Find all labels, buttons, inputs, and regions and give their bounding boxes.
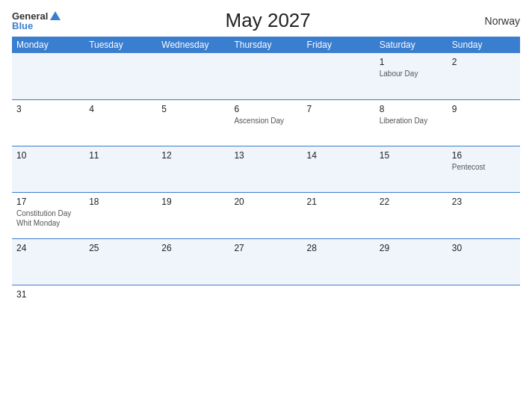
calendar-cell: 13 <box>229 146 302 192</box>
calendar-cell: 24 <box>12 238 84 285</box>
calendar-cell <box>375 285 448 331</box>
day-number: 20 <box>234 197 297 207</box>
day-number: 2 <box>452 57 516 67</box>
calendar-week-row: 31 <box>12 285 520 331</box>
day-number: 3 <box>16 104 80 114</box>
calendar-cell: 26 <box>157 238 229 285</box>
calendar-cell: 9 <box>448 99 520 146</box>
calendar-cell: 4 <box>84 99 157 146</box>
day-number: 5 <box>161 104 225 114</box>
logo: General Blue <box>12 11 61 31</box>
calendar-week-row: 17Constitution DayWhit Monday18192021222… <box>12 192 520 238</box>
calendar-cell <box>448 285 520 331</box>
day-number: 26 <box>161 243 225 253</box>
calendar-cell <box>84 285 157 331</box>
calendar-cell: 27 <box>229 238 302 285</box>
day-number: 12 <box>161 150 225 161</box>
calendar-header-row: MondayTuesdayWednesdayThursdayFridaySatu… <box>12 37 520 53</box>
calendar-cell: 7 <box>303 99 375 146</box>
weekday-header: Thursday <box>229 37 302 53</box>
weekday-header: Monday <box>12 37 84 53</box>
calendar-cell <box>157 53 229 99</box>
calendar-cell: 25 <box>84 238 157 285</box>
day-number: 11 <box>89 150 152 161</box>
day-number: 13 <box>234 150 297 161</box>
calendar-page: General Blue May 2027 Norway MondayTuesd… <box>0 0 532 411</box>
holiday-label: Constitution Day <box>16 208 80 218</box>
calendar-cell: 5 <box>157 99 229 146</box>
day-number: 31 <box>16 289 80 300</box>
holiday-label: Whit Monday <box>16 218 80 228</box>
calendar-header: General Blue May 2027 Norway <box>12 9 520 32</box>
calendar-cell <box>303 53 375 99</box>
day-number: 10 <box>16 150 80 161</box>
day-number: 19 <box>161 197 225 207</box>
calendar-cell: 2 <box>448 53 520 99</box>
day-number: 15 <box>380 150 443 161</box>
weekday-header: Saturday <box>375 37 448 53</box>
holiday-label: Pentecost <box>452 162 516 172</box>
calendar-cell: 8Liberation Day <box>375 99 448 146</box>
calendar-body: 1Labour Day23456Ascension Day78Liberatio… <box>12 53 520 331</box>
holiday-label: Labour Day <box>380 69 443 78</box>
day-number: 28 <box>307 243 371 253</box>
calendar-cell: 10 <box>12 146 84 192</box>
calendar-week-row: 24252627282930 <box>12 238 520 285</box>
calendar-cell: 31 <box>12 285 84 331</box>
calendar-cell: 18 <box>84 192 157 238</box>
calendar-cell <box>229 53 302 99</box>
calendar-cell: 16Pentecost <box>448 146 520 192</box>
calendar-cell <box>12 53 84 99</box>
calendar-week-row: 10111213141516Pentecost <box>12 146 520 192</box>
calendar-cell: 14 <box>303 146 375 192</box>
country-label: Norway <box>475 15 520 27</box>
day-number: 23 <box>452 197 516 207</box>
day-number: 27 <box>234 243 297 253</box>
calendar-cell: 17Constitution DayWhit Monday <box>12 192 84 238</box>
day-number: 8 <box>380 104 443 114</box>
calendar-week-row: 1Labour Day2 <box>12 53 520 99</box>
calendar-cell: 23 <box>448 192 520 238</box>
weekday-header: Wednesday <box>157 37 229 53</box>
weekday-header: Tuesday <box>84 37 157 53</box>
calendar-cell: 11 <box>84 146 157 192</box>
day-number: 30 <box>452 243 516 253</box>
calendar-title: May 2027 <box>61 9 475 32</box>
calendar-cell: 12 <box>157 146 229 192</box>
day-number: 1 <box>380 57 443 67</box>
calendar-week-row: 3456Ascension Day78Liberation Day9 <box>12 99 520 146</box>
day-number: 21 <box>307 197 371 207</box>
calendar-cell: 6Ascension Day <box>229 99 302 146</box>
weekday-header: Sunday <box>448 37 520 53</box>
calendar-cell <box>229 285 302 331</box>
day-number: 4 <box>89 104 152 114</box>
calendar-cell: 19 <box>157 192 229 238</box>
calendar-cell: 15 <box>375 146 448 192</box>
calendar-cell: 3 <box>12 99 84 146</box>
calendar-cell: 21 <box>303 192 375 238</box>
logo-blue-text: Blue <box>12 21 33 31</box>
day-number: 7 <box>307 104 371 114</box>
day-number: 25 <box>89 243 152 253</box>
day-number: 9 <box>452 104 516 114</box>
holiday-label: Liberation Day <box>380 116 443 126</box>
calendar-cell: 30 <box>448 238 520 285</box>
logo-general-text: General <box>12 11 48 21</box>
calendar-cell: 1Labour Day <box>375 53 448 99</box>
day-number: 17 <box>16 197 80 207</box>
calendar-cell: 28 <box>303 238 375 285</box>
weekday-row: MondayTuesdayWednesdayThursdayFridaySatu… <box>12 37 520 53</box>
calendar-cell: 20 <box>229 192 302 238</box>
calendar-cell <box>84 53 157 99</box>
calendar-cell <box>157 285 229 331</box>
day-number: 16 <box>452 150 516 161</box>
day-number: 14 <box>307 150 371 161</box>
day-number: 18 <box>89 197 152 207</box>
logo-triangle-icon <box>50 11 61 20</box>
calendar-cell: 22 <box>375 192 448 238</box>
holiday-label: Ascension Day <box>234 116 297 126</box>
calendar-cell <box>303 285 375 331</box>
calendar-cell: 29 <box>375 238 448 285</box>
day-number: 22 <box>380 197 443 207</box>
day-number: 24 <box>16 243 80 253</box>
